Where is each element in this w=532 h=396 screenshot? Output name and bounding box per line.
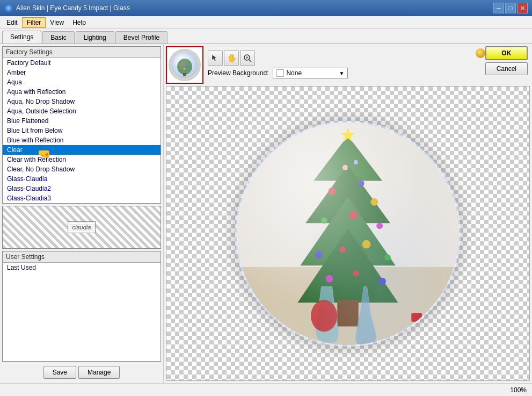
list-item-blue-reflection[interactable]: Blue with Reflection <box>3 135 161 145</box>
list-item-glass-claudia3[interactable]: Glass-Claudia3 <box>3 193 161 203</box>
tab-basic[interactable]: Basic <box>42 31 74 44</box>
tab-settings[interactable]: Settings <box>2 31 41 44</box>
list-item-glass-claudia[interactable]: Glass-Claudia <box>3 174 161 184</box>
tool-buttons: 🖐 <box>208 51 348 66</box>
thumbnail-area: claudia <box>2 206 161 249</box>
list-item-amber[interactable]: Amber <box>3 68 161 77</box>
user-settings-list[interactable]: Last Used <box>3 263 161 361</box>
list-item-factory-default[interactable]: Factory Default <box>3 58 161 68</box>
preview-thumbnail <box>166 46 203 84</box>
list-item-blue-flattened[interactable]: Blue Flattened <box>3 116 161 126</box>
swatch <box>276 69 284 77</box>
window-controls: ─ □ ✕ <box>493 3 528 13</box>
zoom-tool-button[interactable] <box>240 51 255 66</box>
hand-tool-button[interactable]: 🖐 <box>224 51 239 66</box>
window-title: Alien Skin | Eye Candy 5 Impact | Glass <box>16 4 130 12</box>
dropdown-arrow-icon: ▼ <box>339 70 344 76</box>
svg-point-20 <box>315 251 323 258</box>
list-item-aqua-no-shadow[interactable]: Aqua, No Drop Shadow <box>3 97 161 106</box>
list-item-clear[interactable]: Clear <box>3 145 161 155</box>
cancel-button[interactable]: Cancel <box>485 62 528 75</box>
list-item-blue-lit[interactable]: Blue Lit from Below <box>3 126 161 135</box>
factory-settings-label: Factory Settings <box>6 48 53 56</box>
svg-point-16 <box>370 198 378 205</box>
menu-bar: Edit Filter View Help <box>0 16 532 29</box>
save-button[interactable]: Save <box>43 366 76 379</box>
title-bar: Alien Skin | Eye Candy 5 Impact | Glass … <box>0 0 532 16</box>
factory-settings-list[interactable]: Factory Default Amber Aqua Aqua with Ref… <box>3 58 161 203</box>
preview-bg-label: Preview Background: <box>208 69 268 77</box>
svg-point-19 <box>376 222 383 229</box>
menu-view[interactable]: View <box>46 18 68 27</box>
main-layout: Factory Settings Factory Default Amber A… <box>0 44 532 383</box>
svg-point-14 <box>329 188 336 195</box>
svg-point-15 <box>358 180 365 186</box>
svg-point-21 <box>339 246 346 253</box>
preview-bg-value: None <box>286 69 302 77</box>
list-item-glass-claudia2[interactable]: Glass-Claudia2 <box>3 184 161 193</box>
tab-lighting[interactable]: Lighting <box>76 31 114 44</box>
minimize-button[interactable]: ─ <box>493 3 504 13</box>
preview-canvas <box>166 86 530 381</box>
svg-point-3 <box>187 66 188 67</box>
svg-point-24 <box>326 275 333 282</box>
svg-point-25 <box>353 270 359 277</box>
svg-rect-13 <box>337 300 358 326</box>
menu-filter[interactable]: Filter <box>22 17 46 28</box>
bottom-buttons: Save Manage <box>2 364 161 381</box>
svg-point-4 <box>184 68 185 70</box>
right-panel: OK Cancel <box>164 44 532 383</box>
svg-point-23 <box>384 254 391 261</box>
maximize-button[interactable]: □ <box>505 3 516 13</box>
svg-point-0 <box>177 59 192 75</box>
circle-inner <box>237 123 459 345</box>
select-tool-button[interactable] <box>208 51 223 66</box>
svg-point-28 <box>354 160 358 164</box>
manage-button[interactable]: Manage <box>78 366 120 379</box>
tab-bevel-profile[interactable]: Bevel Profile <box>115 31 167 44</box>
close-button[interactable]: ✕ <box>517 3 528 13</box>
left-panel: Factory Settings Factory Default Amber A… <box>0 44 164 383</box>
svg-point-27 <box>342 164 348 170</box>
preview-bg-bar: Preview Background: None ▼ <box>208 68 348 78</box>
user-settings-label: User Settings <box>6 253 45 261</box>
svg-point-17 <box>321 217 327 224</box>
svg-point-2 <box>181 63 183 66</box>
list-item-aqua[interactable]: Aqua <box>3 77 161 87</box>
menu-edit[interactable]: Edit <box>2 18 22 27</box>
svg-point-18 <box>349 211 358 219</box>
thumbnail-mini <box>169 49 201 81</box>
user-settings-container: User Settings Last Used <box>2 251 161 362</box>
zoom-level: 100% <box>510 386 527 394</box>
list-item-clear-reflection[interactable]: Clear with Reflection <box>3 155 161 164</box>
ok-cancel-panel: OK Cancel <box>485 46 528 75</box>
list-item-aqua-reflection[interactable]: Aqua with Reflection <box>3 87 161 97</box>
ok-button[interactable]: OK <box>485 46 528 60</box>
list-item-aqua-outside[interactable]: Aqua, Outside Selection <box>3 106 161 116</box>
svg-line-6 <box>249 60 251 62</box>
thumbnail-label: claudia <box>72 224 91 231</box>
user-settings-header: User Settings <box>3 251 161 263</box>
tab-bar: Settings Basic Lighting Bevel Profile <box>0 29 532 44</box>
factory-settings-header: Factory Settings <box>3 47 161 58</box>
circle-preview <box>235 121 461 347</box>
svg-rect-31 <box>411 313 422 321</box>
list-item-clear-no-shadow[interactable]: Clear, No Drop Shadow <box>3 164 161 174</box>
svg-point-30 <box>311 300 337 332</box>
preview-bg-select[interactable]: None ▼ <box>273 68 348 78</box>
factory-settings-container: Factory Settings Factory Default Amber A… <box>2 46 161 204</box>
status-bar: 100% <box>0 383 532 396</box>
list-item-last-used[interactable]: Last Used <box>3 263 161 272</box>
svg-rect-1 <box>183 73 186 76</box>
svg-rect-32 <box>425 314 434 321</box>
menu-help[interactable]: Help <box>68 18 90 27</box>
svg-point-26 <box>378 277 386 285</box>
svg-point-22 <box>362 240 371 248</box>
app-icon <box>4 4 13 12</box>
